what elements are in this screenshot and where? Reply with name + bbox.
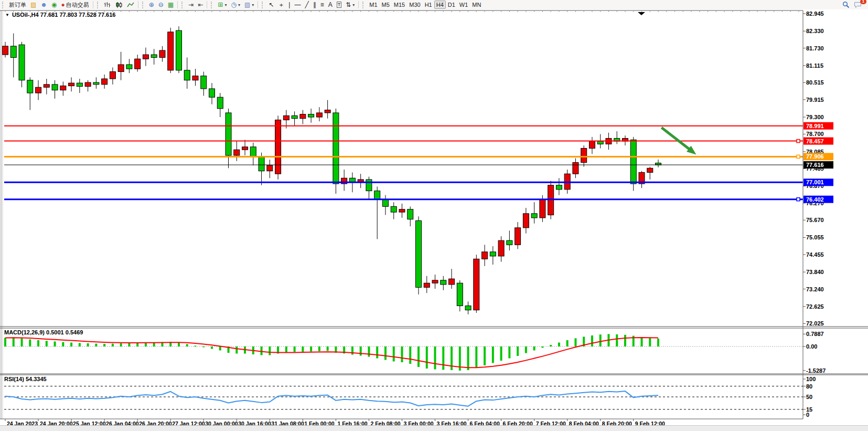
candle — [135, 59, 141, 69]
price-axis-label: 81.730 — [806, 45, 824, 51]
toolbar-grip — [97, 2, 100, 8]
line-chart-icon[interactable] — [125, 1, 136, 9]
trendline-button[interactable]: ╱ — [303, 1, 310, 9]
toolbar-grip — [211, 2, 214, 8]
chart-canvas[interactable]: 82.94582.33081.73081.11580.51579.91579.3… — [0, 9, 868, 426]
add-indicator-button[interactable]: ⊞▾ — [216, 1, 229, 9]
vline-button[interactable]: | — [286, 1, 292, 9]
svg-text:77.906: 77.906 — [806, 153, 824, 160]
chart-shift-icon[interactable]: ⇤ — [196, 1, 205, 9]
candlestick-icon[interactable] — [113, 1, 125, 9]
candle — [85, 82, 91, 87]
bar-chart-icon[interactable] — [102, 1, 113, 9]
fibonacci-button[interactable]: ≡ — [318, 1, 326, 9]
candle — [465, 306, 471, 310]
add-indicator-glyph: ⊞ — [218, 2, 223, 8]
candle — [540, 199, 545, 218]
candle — [159, 50, 165, 58]
price-axis-label: 78.700 — [806, 131, 824, 137]
auto-scroll-icon: ⇥ — [188, 2, 194, 8]
timeframe-m30[interactable]: M30 — [407, 1, 422, 9]
tile-windows-icon[interactable]: ▦ — [166, 1, 176, 9]
candle — [482, 252, 488, 259]
label-button[interactable]: T — [335, 1, 344, 9]
svg-text:76.402: 76.402 — [806, 196, 824, 203]
profile-icon: ☻ — [40, 2, 47, 8]
dropdown-arrow-icon[interactable]: ▾ — [352, 3, 355, 7]
template-button[interactable]: ▧▾ — [242, 1, 256, 9]
line-drag-handle[interactable] — [797, 198, 800, 201]
candle — [60, 86, 66, 90]
price-axis-label: 73.840 — [806, 269, 824, 275]
notification-badge: 1 — [860, 0, 866, 4]
candle — [408, 209, 413, 219]
candle — [333, 113, 339, 184]
candle — [432, 280, 438, 283]
price-tag: 78.991 — [803, 122, 833, 130]
crosshair-button[interactable]: ＋ — [276, 1, 286, 9]
price-axis-label: 75.055 — [806, 234, 824, 240]
candle — [259, 157, 264, 171]
timeframe-w1[interactable]: W1 — [457, 1, 470, 9]
arrows-button[interactable]: ⇅▾ — [344, 1, 357, 9]
toolbar-separator — [93, 1, 93, 8]
toolbar-grip — [262, 2, 265, 8]
price-axis-label: 73.240 — [806, 286, 824, 292]
cursor-button[interactable]: ↖ — [266, 1, 276, 9]
price-axis-label: 72.025 — [806, 320, 824, 327]
profile-icon[interactable]: ☻ — [38, 1, 49, 9]
price-tag: 76.402 — [803, 196, 833, 203]
timeframe-mn[interactable]: MN — [470, 1, 483, 9]
trendline-glyph: ╱ — [305, 2, 308, 8]
timeframe-d1[interactable]: D1 — [446, 1, 457, 9]
dropdown-arrow-icon[interactable]: ▾ — [252, 3, 254, 7]
price-axis-label: 75.670 — [806, 217, 824, 223]
auto-scroll-icon[interactable]: ⇥ — [186, 1, 196, 9]
candle — [374, 191, 380, 199]
notifications-chat-icon[interactable]: 1 — [852, 1, 864, 9]
candle — [283, 115, 289, 120]
dropdown-arrow-icon[interactable]: ▾ — [238, 3, 240, 7]
candle — [581, 148, 587, 162]
line-drag-handle[interactable] — [797, 140, 800, 143]
timeframe-m5[interactable]: M5 — [380, 1, 392, 9]
fibonacci-glyph: ≡ — [320, 2, 324, 8]
price-axis-label: 82.330 — [806, 28, 824, 34]
line-drag-handle[interactable] — [797, 155, 800, 158]
timeframe-m15[interactable]: M15 — [392, 1, 407, 9]
candle — [647, 168, 653, 172]
new-order-button[interactable]: 新订单 — [7, 1, 28, 9]
bucket-icon[interactable]: ▨ — [28, 1, 38, 9]
candle — [69, 83, 74, 86]
signal-icon[interactable]: ◉ — [49, 1, 59, 9]
auto-trading-button[interactable]: ●自动交易 — [59, 1, 91, 9]
candle — [308, 114, 314, 117]
chart-shift-icon: ⇤ — [198, 2, 203, 8]
timeframe-m1[interactable]: M1 — [367, 1, 379, 9]
candle — [267, 165, 273, 171]
timeframe-h4[interactable]: H4 — [434, 1, 446, 9]
zoom-in-icon[interactable]: ⊕ — [147, 1, 156, 9]
candle — [102, 79, 108, 85]
search-icon[interactable] — [840, 1, 852, 9]
candle — [316, 113, 322, 117]
candle — [226, 113, 231, 155]
candle — [399, 209, 405, 212]
zoom-out-icon[interactable]: ⊖ — [156, 1, 166, 9]
vline-glyph: | — [288, 2, 290, 8]
candle — [292, 115, 297, 118]
period-button[interactable]: ◷▾ — [229, 1, 242, 9]
channel-button[interactable]: ∥ — [311, 1, 318, 9]
candle — [151, 55, 157, 57]
dropdown-arrow-icon[interactable]: ▾ — [224, 3, 227, 7]
hline-button[interactable]: — — [292, 1, 303, 9]
rsi-scale-label: 80 — [806, 383, 812, 390]
channel-glyph: ∥ — [313, 2, 316, 8]
timeframe-h1[interactable]: H1 — [423, 1, 434, 9]
toolbar-grip — [2, 2, 5, 8]
candle — [325, 110, 330, 113]
candle — [176, 30, 181, 70]
text-button[interactable]: A — [326, 1, 335, 9]
candle — [201, 76, 207, 89]
candle — [143, 55, 148, 59]
